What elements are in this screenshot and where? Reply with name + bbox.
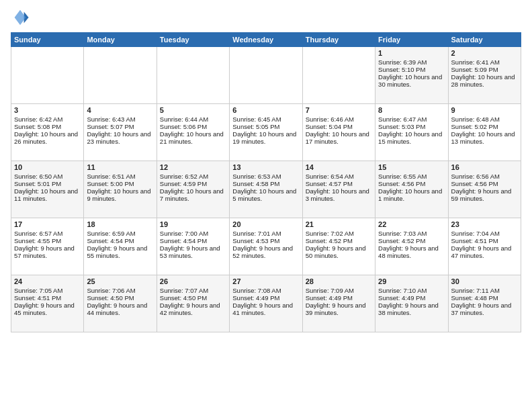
day-info: Sunrise: 7:10 AM — [378, 287, 445, 294]
day-info: Sunrise: 6:41 AM — [451, 58, 518, 66]
day-number: 11 — [87, 163, 153, 171]
calendar-cell: 13Sunrise: 6:53 AMSunset: 4:58 PMDayligh… — [230, 161, 302, 218]
day-info: Sunrise: 6:47 AM — [378, 116, 445, 123]
day-info: Daylight: 9 hours and 44 minutes. — [87, 302, 153, 316]
day-info: Sunrise: 6:53 AM — [232, 173, 299, 180]
calendar-cell: 7Sunrise: 6:46 AMSunset: 5:04 PMDaylight… — [302, 104, 375, 161]
day-info: Sunrise: 7:07 AM — [160, 287, 226, 294]
header-cell-friday: Friday — [375, 33, 448, 47]
day-info: Daylight: 9 hours and 52 minutes. — [232, 244, 299, 259]
calendar-cell: 4Sunrise: 6:43 AMSunset: 5:07 PMDaylight… — [84, 104, 157, 161]
day-number: 3 — [14, 106, 81, 114]
day-number: 20 — [232, 220, 299, 228]
day-info: Sunrise: 6:48 AM — [451, 116, 518, 123]
calendar-cell: 8Sunrise: 6:47 AMSunset: 5:03 PMDaylight… — [375, 104, 448, 161]
day-info: Sunset: 4:52 PM — [306, 237, 372, 244]
day-info: Sunset: 4:49 PM — [232, 294, 299, 302]
day-info: Sunset: 4:50 PM — [160, 294, 226, 302]
day-info: Sunset: 4:54 PM — [160, 237, 226, 244]
calendar-cell: 3Sunrise: 6:42 AMSunset: 5:08 PMDaylight… — [11, 104, 84, 161]
calendar-cell: 26Sunrise: 7:07 AMSunset: 4:50 PMDayligh… — [157, 275, 229, 332]
day-info: Sunrise: 7:09 AM — [306, 287, 372, 294]
day-info: Daylight: 9 hours and 48 minutes. — [378, 244, 445, 259]
day-info: Sunset: 4:51 PM — [451, 237, 518, 244]
calendar-cell: 14Sunrise: 6:54 AMSunset: 4:57 PMDayligh… — [302, 161, 375, 218]
calendar-cell: 19Sunrise: 7:00 AMSunset: 4:54 PMDayligh… — [157, 218, 229, 275]
day-number: 13 — [232, 163, 299, 171]
day-info: Daylight: 10 hours and 9 minutes. — [87, 187, 153, 202]
day-info: Sunrise: 6:46 AM — [306, 116, 372, 123]
day-number: 26 — [160, 277, 226, 285]
day-info: Daylight: 10 hours and 28 minutes. — [451, 73, 518, 88]
day-info: Daylight: 9 hours and 57 minutes. — [14, 244, 81, 259]
day-info: Sunrise: 7:08 AM — [232, 287, 299, 294]
day-info: Sunset: 4:59 PM — [160, 180, 226, 187]
week-row-1: 3Sunrise: 6:42 AMSunset: 5:08 PMDaylight… — [11, 104, 521, 161]
calendar-cell: 27Sunrise: 7:08 AMSunset: 4:49 PMDayligh… — [230, 275, 302, 332]
calendar-cell — [230, 47, 302, 104]
day-info: Daylight: 10 hours and 15 minutes. — [378, 130, 445, 145]
calendar-cell: 12Sunrise: 6:52 AMSunset: 4:59 PMDayligh… — [157, 161, 229, 218]
day-number: 4 — [87, 106, 153, 114]
day-info: Sunset: 5:08 PM — [14, 123, 81, 130]
day-number: 14 — [306, 163, 372, 171]
day-info: Sunrise: 6:51 AM — [87, 173, 153, 180]
day-info: Daylight: 10 hours and 23 minutes. — [87, 130, 153, 145]
day-info: Daylight: 9 hours and 41 minutes. — [232, 302, 299, 316]
day-info: Sunrise: 7:11 AM — [451, 287, 518, 294]
calendar-cell: 25Sunrise: 7:06 AMSunset: 4:50 PMDayligh… — [84, 275, 157, 332]
day-info: Sunrise: 7:06 AM — [87, 287, 153, 294]
day-info: Sunset: 5:05 PM — [232, 123, 299, 130]
day-info: Sunrise: 6:59 AM — [87, 230, 153, 237]
day-info: Sunrise: 6:55 AM — [378, 173, 445, 180]
week-row-3: 17Sunrise: 6:57 AMSunset: 4:55 PMDayligh… — [11, 218, 521, 275]
day-info: Sunset: 4:52 PM — [378, 237, 445, 244]
calendar-cell: 28Sunrise: 7:09 AMSunset: 4:49 PMDayligh… — [302, 275, 375, 332]
day-info: Sunset: 4:56 PM — [378, 180, 445, 187]
calendar-cell: 24Sunrise: 7:05 AMSunset: 4:51 PMDayligh… — [11, 275, 84, 332]
day-info: Sunrise: 7:02 AM — [306, 230, 372, 237]
day-info: Sunset: 5:09 PM — [451, 66, 518, 73]
calendar-cell: 2Sunrise: 6:41 AMSunset: 5:09 PMDaylight… — [448, 47, 521, 104]
day-info: Daylight: 9 hours and 38 minutes. — [378, 302, 445, 316]
day-info: Daylight: 9 hours and 37 minutes. — [451, 302, 518, 316]
header-cell-sunday: Sunday — [11, 33, 84, 47]
calendar-cell: 11Sunrise: 6:51 AMSunset: 5:00 PMDayligh… — [84, 161, 157, 218]
calendar-cell: 17Sunrise: 6:57 AMSunset: 4:55 PMDayligh… — [11, 218, 84, 275]
day-info: Sunset: 4:50 PM — [87, 294, 153, 302]
day-number: 29 — [378, 277, 445, 285]
calendar-cell: 30Sunrise: 7:11 AMSunset: 4:48 PMDayligh… — [448, 275, 521, 332]
day-number: 18 — [87, 220, 153, 228]
logo — [11, 8, 32, 27]
day-info: Daylight: 9 hours and 53 minutes. — [160, 244, 226, 259]
day-info: Sunset: 4:48 PM — [451, 294, 518, 302]
day-info: Sunrise: 6:56 AM — [451, 173, 518, 180]
day-info: Sunrise: 6:52 AM — [160, 173, 226, 180]
day-info: Sunset: 5:03 PM — [378, 123, 445, 130]
day-info: Daylight: 9 hours and 45 minutes. — [14, 302, 81, 316]
day-info: Sunrise: 7:01 AM — [232, 230, 299, 237]
day-number: 1 — [378, 49, 445, 57]
day-number: 27 — [232, 277, 299, 285]
calendar-table: SundayMondayTuesdayWednesdayThursdayFrid… — [11, 32, 521, 332]
day-number: 2 — [451, 49, 518, 57]
calendar-cell: 22Sunrise: 7:03 AMSunset: 4:52 PMDayligh… — [375, 218, 448, 275]
day-number: 30 — [451, 277, 518, 285]
day-number: 5 — [160, 106, 226, 114]
day-info: Daylight: 9 hours and 55 minutes. — [87, 244, 153, 259]
day-info: Daylight: 10 hours and 7 minutes. — [160, 187, 226, 202]
week-row-2: 10Sunrise: 6:50 AMSunset: 5:01 PMDayligh… — [11, 161, 521, 218]
calendar-cell: 16Sunrise: 6:56 AMSunset: 4:56 PMDayligh… — [448, 161, 521, 218]
header-cell-thursday: Thursday — [302, 33, 375, 47]
calendar-cell: 21Sunrise: 7:02 AMSunset: 4:52 PMDayligh… — [302, 218, 375, 275]
day-info: Sunrise: 6:45 AM — [232, 116, 299, 123]
header-cell-tuesday: Tuesday — [157, 33, 229, 47]
day-info: Sunrise: 6:50 AM — [14, 173, 81, 180]
day-number: 6 — [232, 106, 299, 114]
day-info: Daylight: 10 hours and 1 minute. — [378, 187, 445, 202]
day-number: 23 — [451, 220, 518, 228]
header-cell-wednesday: Wednesday — [230, 33, 302, 47]
day-info: Sunrise: 7:00 AM — [160, 230, 226, 237]
day-info: Daylight: 9 hours and 50 minutes. — [306, 244, 372, 259]
day-info: Sunset: 4:53 PM — [232, 237, 299, 244]
